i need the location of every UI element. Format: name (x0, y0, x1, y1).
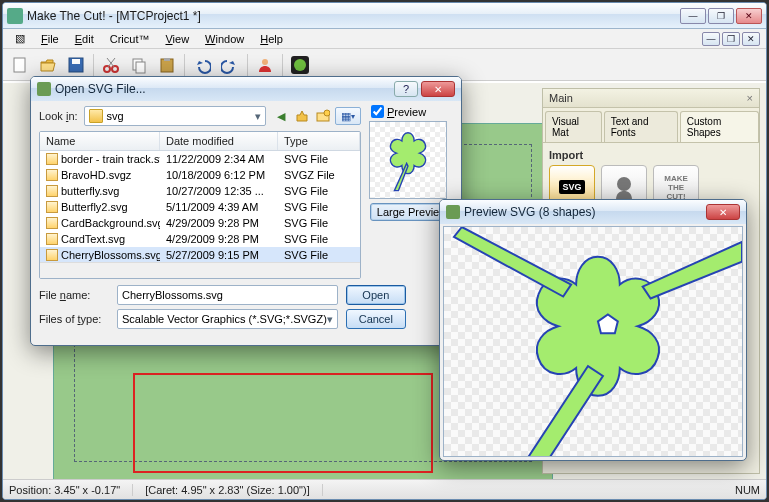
svg-point-3 (104, 66, 110, 72)
mdi-close-button[interactable]: ✕ (742, 32, 760, 46)
file-row[interactable]: CherryBlossoms.svg5/27/2009 9:15 PMSVG F… (40, 247, 360, 262)
side-close-icon[interactable]: × (747, 92, 753, 104)
preview-thumbnail (369, 121, 447, 199)
menu-window[interactable]: Window (197, 31, 252, 47)
col-date[interactable]: Date modified (160, 132, 278, 150)
app-title: Make The Cut! - [MTCProject1 *] (27, 9, 680, 23)
view-menu-icon[interactable]: ▦▾ (335, 107, 361, 125)
svg-rect-2 (72, 59, 80, 64)
svg-point-4 (112, 66, 118, 72)
tab-visual-mat[interactable]: Visual Mat (545, 111, 602, 142)
preview-label: Preview (387, 106, 426, 118)
svg-point-14 (324, 110, 330, 116)
mdi-restore-button[interactable]: ❐ (722, 32, 740, 46)
status-caret: [Caret: 4.95" x 2.83" (Size: 1.00")] (145, 484, 323, 496)
file-row[interactable]: BravoHD.svgz10/18/2009 6:12 PMSVGZ File (40, 167, 360, 183)
preview-checkbox[interactable] (371, 105, 384, 118)
close-button[interactable]: ✕ (736, 8, 762, 24)
file-row[interactable]: CardText.svg4/29/2009 9:28 PMSVG File (40, 231, 360, 247)
svg-point-11 (294, 59, 306, 71)
svg-point-12 (617, 177, 631, 191)
lookin-label: Look in: (39, 110, 78, 122)
paste-button[interactable] (154, 52, 180, 78)
filter-combo[interactable]: Scalable Vector Graphics (*.SVG;*.SVGZ)▾ (117, 309, 338, 329)
cricut-send-button[interactable] (287, 52, 313, 78)
dialog-close-button[interactable]: ✕ (421, 81, 455, 97)
svg-rect-8 (164, 58, 170, 61)
open-dialog-title: Open SVG File... (55, 82, 394, 96)
new-folder-icon[interactable] (314, 107, 332, 125)
back-icon[interactable]: ◀ (272, 107, 290, 125)
titlebar: Make The Cut! - [MTCProject1 *] — ❐ ✕ (3, 3, 766, 29)
menu-edit[interactable]: Edit (67, 31, 102, 47)
horizontal-scrollbar[interactable] (40, 262, 360, 278)
tab-text-fonts[interactable]: Text and Fonts (604, 111, 678, 142)
file-row[interactable]: CardBackground.svg4/29/2009 9:28 PMSVG F… (40, 215, 360, 231)
menu-view[interactable]: View (157, 31, 197, 47)
lookin-value: svg (107, 110, 124, 122)
app-icon (7, 8, 23, 24)
import-label: Import (549, 149, 753, 161)
svg-rect-0 (14, 58, 25, 72)
dialog-icon (37, 82, 51, 96)
selection-box[interactable] (133, 373, 433, 473)
user-button[interactable] (252, 52, 278, 78)
status-position: Position: 3.45" x -0.17" (9, 484, 133, 496)
menubar: ▧ File Edit Cricut™ View Window Help — ❐… (3, 29, 766, 49)
preview-canvas (443, 226, 743, 457)
undo-button[interactable] (189, 52, 215, 78)
filename-input[interactable] (117, 285, 338, 305)
file-row[interactable]: border - train track.svg11/22/2009 2:34 … (40, 151, 360, 167)
preview-svg-dialog: Preview SVG (8 shapes) ✕ (439, 199, 747, 461)
statusbar: Position: 3.45" x -0.17" [Caret: 4.95" x… (3, 479, 766, 499)
file-row[interactable]: Butterfly2.svg5/11/2009 4:39 AMSVG File (40, 199, 360, 215)
status-num: NUM (735, 484, 760, 496)
cut-button[interactable] (98, 52, 124, 78)
new-button[interactable] (7, 52, 33, 78)
svg-rect-6 (136, 62, 145, 73)
filter-value: Scalable Vector Graphics (*.SVG;*.SVGZ) (122, 313, 327, 325)
lookin-combo[interactable]: svg ▾ (84, 106, 266, 126)
side-panel-title: Main (549, 92, 573, 104)
mdi-minimize-button[interactable]: — (702, 32, 720, 46)
filter-label: Files of type: (39, 313, 109, 325)
preview-dialog-title: Preview SVG (8 shapes) (464, 205, 706, 219)
up-icon[interactable] (293, 107, 311, 125)
minimize-button[interactable]: — (680, 8, 706, 24)
tab-custom-shapes[interactable]: Custom Shapes (680, 111, 759, 142)
chevron-down-icon: ▾ (255, 110, 261, 123)
menu-help[interactable]: Help (252, 31, 291, 47)
copy-button[interactable] (126, 52, 152, 78)
col-type[interactable]: Type (278, 132, 360, 150)
save-button[interactable] (63, 52, 89, 78)
filename-label: File name: (39, 289, 109, 301)
redo-button[interactable] (217, 52, 243, 78)
menu-cricut[interactable]: Cricut™ (102, 31, 158, 47)
file-list[interactable]: Name Date modified Type border - train t… (39, 131, 361, 279)
preview-dialog-icon (446, 205, 460, 219)
app-menu-icon[interactable]: ▧ (7, 30, 33, 47)
maximize-button[interactable]: ❐ (708, 8, 734, 24)
col-name[interactable]: Name (40, 132, 160, 150)
menu-file[interactable]: File (33, 31, 67, 47)
open-button[interactable] (35, 52, 61, 78)
svg-point-9 (262, 59, 268, 65)
file-row[interactable]: butterfly.svg10/27/2009 12:35 ...SVG Fil… (40, 183, 360, 199)
dialog-help-button[interactable]: ? (394, 81, 418, 97)
chevron-down-icon: ▾ (327, 313, 333, 326)
preview-close-button[interactable]: ✕ (706, 204, 740, 220)
open-svg-dialog: Open SVG File... ? ✕ Look in: svg ▾ ◀ ▦▾… (30, 76, 462, 346)
folder-icon (89, 109, 103, 123)
